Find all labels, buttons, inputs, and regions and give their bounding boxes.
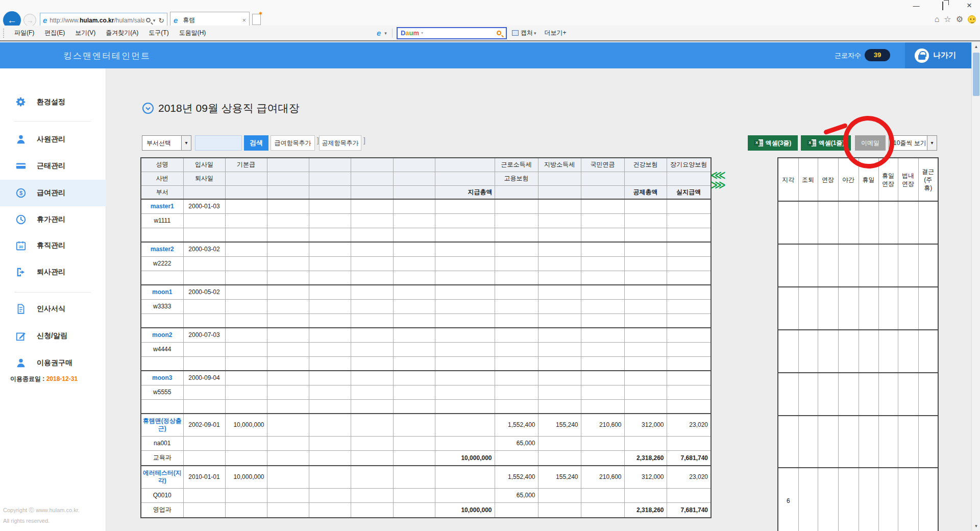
search-input[interactable] xyxy=(195,135,242,151)
close-button[interactable]: × xyxy=(963,1,976,11)
health-ins-cell: 312,000 xyxy=(624,466,667,488)
add-deduction-item-button[interactable]: 공제항목추가 xyxy=(319,135,361,151)
search-icon[interactable] xyxy=(146,18,151,22)
col-longterm-ins: 장기요양보험 xyxy=(667,158,711,172)
employee-name[interactable]: master1 xyxy=(141,199,183,213)
sidebar-item-resignation[interactable]: 퇴사관리 xyxy=(0,259,106,285)
home-icon[interactable]: ⌂ xyxy=(935,15,940,24)
base-pay-cell xyxy=(225,242,267,256)
ie-addon-icon[interactable]: e xyxy=(377,29,381,37)
sidebar-item-settings[interactable]: 환경설정 xyxy=(0,89,106,115)
chevron-down-icon[interactable]: ▾ xyxy=(421,31,423,35)
tab-close-icon[interactable]: × xyxy=(242,16,246,24)
menu-view[interactable]: 보기(V) xyxy=(70,29,101,37)
attendance-row xyxy=(778,287,938,330)
table-pager-chevrons[interactable]: ⋘ ⋙ xyxy=(710,171,726,190)
menu-favorites[interactable]: 즐겨찾기(A) xyxy=(101,29,143,37)
email-button[interactable]: 이메일 xyxy=(855,135,886,151)
menu-edit[interactable]: 편집(E) xyxy=(39,29,70,37)
forward-button[interactable]: → xyxy=(23,14,36,27)
daum-search-icon[interactable] xyxy=(497,31,501,35)
browser-action-icons: ⌂ ☆ ⚙ xyxy=(935,14,976,24)
pay-total-cell xyxy=(435,313,495,328)
net-pay-cell xyxy=(667,313,711,328)
employee-row-sub: na001 65,000 xyxy=(141,436,711,450)
sidebar-item-hr-forms[interactable]: 인사서식 xyxy=(0,296,106,322)
sidebar-item-attendance[interactable]: 근태관리 xyxy=(0,153,106,179)
sidebar-item-purchase[interactable]: 이용권구매 xyxy=(0,350,106,376)
worker-count-badge: 39 xyxy=(865,49,890,61)
attendance-table: 지각 조퇴 연장 야간 휴일 휴일연장 법내연장 결근(주휴) xyxy=(777,157,939,531)
sidebar-item-vacation[interactable]: 휴가관리 xyxy=(0,206,106,233)
refresh-icon[interactable]: ↻ xyxy=(158,16,164,25)
rows-per-page-select[interactable]: 10줄씩 보기 ▾ xyxy=(889,135,937,151)
col-pension: 국민연금 xyxy=(581,158,624,172)
income-tax-cell xyxy=(495,371,538,385)
daum-search-box[interactable]: Daum ▾ xyxy=(397,27,507,39)
employee-name[interactable]: master2 xyxy=(141,242,183,256)
employee-name[interactable]: 휴램맨(정상출근) xyxy=(141,414,183,436)
employee-name[interactable]: moon2 xyxy=(141,328,183,342)
menu-tools[interactable]: 도구(T) xyxy=(143,29,174,37)
deduct-total-cell: 2,318,260 xyxy=(624,450,667,466)
overtime-cell xyxy=(818,468,838,531)
capture-menu[interactable]: 캡처 ▾ xyxy=(512,29,537,37)
new-tab-button[interactable] xyxy=(252,14,261,25)
employee-row-sub: w2222 xyxy=(141,256,711,271)
holiday-cell xyxy=(859,330,878,373)
search-button[interactable]: 검색 xyxy=(244,135,268,151)
emp-no-cell: w5555 xyxy=(141,385,183,399)
tab-favicon-icon: e xyxy=(174,16,178,25)
holiday-ot-cell xyxy=(878,373,898,416)
restore-button[interactable] xyxy=(936,1,949,11)
scroll-down-icon[interactable]: ▼ xyxy=(972,522,980,531)
sidebar-item-requests[interactable]: 신청/알림 xyxy=(0,323,106,349)
net-pay-cell xyxy=(667,399,711,414)
excel-3line-button[interactable]: X 엑셀(3줄) xyxy=(748,135,798,151)
dept-cell xyxy=(141,399,183,414)
settings-gear-icon[interactable]: ⚙ xyxy=(956,14,963,24)
sidebar-item-employees[interactable]: 사원관리 xyxy=(0,126,106,153)
annotation-red-stroke xyxy=(823,123,848,135)
favorites-star-icon[interactable]: ☆ xyxy=(944,14,951,24)
logout-button[interactable]: 나가기 xyxy=(905,42,971,68)
scrollbar-thumb[interactable] xyxy=(973,53,979,96)
toolbar-gripper xyxy=(3,29,5,38)
company-name: 킹스맨엔터테인먼트 xyxy=(63,50,151,62)
late-cell xyxy=(778,373,798,416)
more-menu[interactable]: 더보기+ xyxy=(544,29,566,37)
feedback-smiley-icon[interactable] xyxy=(968,15,976,23)
department-select[interactable]: 부서선택 ▾ xyxy=(142,135,191,151)
col-net-pay: 실지급액 xyxy=(667,185,711,199)
scroll-up-icon[interactable]: ▲ xyxy=(972,42,980,52)
vertical-scrollbar[interactable]: ▲ ▼ xyxy=(971,42,980,531)
sidebar-item-payroll[interactable]: $ 급여관리 xyxy=(0,180,106,206)
header-row-2: 사번 퇴사일 고용보험 xyxy=(141,172,711,185)
menu-file[interactable]: 파일(F) xyxy=(9,29,39,37)
menu-help[interactable]: 도움말(H) xyxy=(174,29,211,37)
col-late: 지각 xyxy=(778,158,798,201)
col-base-pay: 기본급 xyxy=(225,158,267,172)
hire-date-cell: 2002-09-01 xyxy=(183,414,225,436)
employee-name[interactable]: 에러테스터(지각) xyxy=(141,466,183,488)
deduct-total-cell xyxy=(624,399,667,414)
sidebar-item-leave[interactable]: 30 휴직관리 xyxy=(0,232,106,259)
chevron-down-icon[interactable]: ▾ xyxy=(384,31,387,36)
minimize-button[interactable]: — xyxy=(910,1,923,11)
emp-no-cell: w2222 xyxy=(141,256,183,271)
chevron-down-circle-icon[interactable] xyxy=(142,102,154,114)
money-circle-icon: $ xyxy=(15,187,27,199)
absence-cell xyxy=(918,416,938,468)
health-ins-cell xyxy=(624,328,667,342)
absence-cell xyxy=(918,373,938,416)
chevrons-right-icon[interactable]: ⋙ xyxy=(710,180,726,190)
sidebar: 환경설정 사원관리 근태관리 $ 급여관리 휴가관리 30 휴직관리 퇴사관리 xyxy=(0,68,106,531)
employee-name[interactable]: moon1 xyxy=(141,285,183,299)
chevron-down-icon[interactable]: ▾ xyxy=(153,18,156,23)
excel-1line-button[interactable]: X 엑셀(1줄) xyxy=(801,135,851,151)
base-pay-cell: 10,000,000 xyxy=(225,466,267,488)
add-pay-item-button[interactable]: 급여항목추가 xyxy=(271,135,315,151)
employee-name[interactable]: moon3 xyxy=(141,371,183,385)
attendance-row xyxy=(778,416,938,468)
pension-cell xyxy=(581,199,624,213)
